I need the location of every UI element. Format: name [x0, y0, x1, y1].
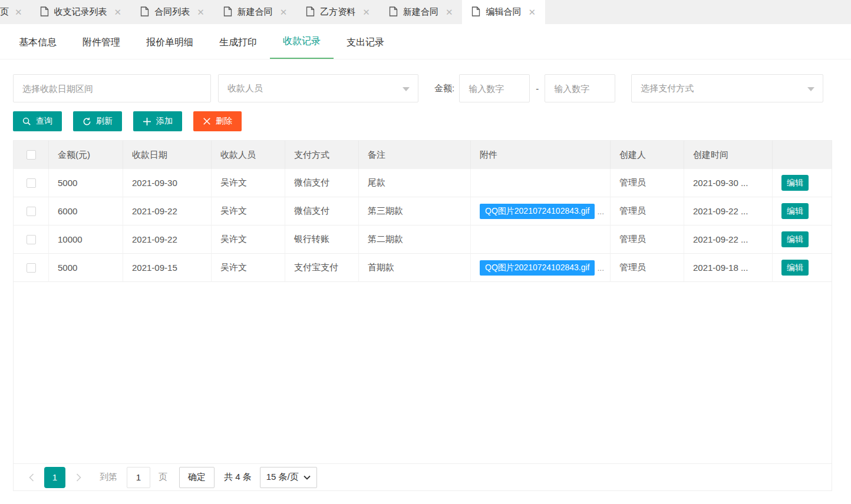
- window-tab-label: 新建合同: [403, 6, 438, 18]
- created-cell: 2021-09-30 ...: [684, 169, 773, 197]
- edit-button[interactable]: 编辑: [781, 231, 809, 247]
- close-icon[interactable]: ✕: [280, 7, 288, 18]
- payment-method-select[interactable]: 选择支付方式: [631, 74, 823, 102]
- subtab-5[interactable]: 支出记录: [334, 26, 397, 59]
- attachment-cell: QQ图片20210724102843.gif...: [471, 197, 611, 226]
- page-size-select[interactable]: 15 条/页: [260, 467, 317, 488]
- add-button[interactable]: 添加: [133, 111, 182, 131]
- date-cell: 2021-09-22: [123, 226, 212, 254]
- select-all-checkbox[interactable]: [27, 150, 36, 160]
- window-tab-partial[interactable]: 页 ✕: [0, 0, 31, 24]
- payee-select[interactable]: 收款人员: [218, 74, 418, 102]
- total-count-label: 共 4 条: [224, 472, 252, 483]
- window-tab-0[interactable]: 收支记录列表✕: [31, 0, 131, 24]
- column-header-3: 支付方式: [285, 141, 359, 169]
- window-tab-2[interactable]: 新建合同✕: [214, 0, 297, 24]
- window-tab-4[interactable]: 新建合同✕: [380, 0, 463, 24]
- close-icon[interactable]: ✕: [446, 7, 453, 18]
- amount-max-input[interactable]: [545, 74, 615, 102]
- row-checkbox-cell: [14, 254, 49, 282]
- created-cell: 2021-09-22 ...: [684, 197, 773, 226]
- amount-cell: 10000: [49, 226, 123, 254]
- table-row: 60002021-09-22吴许文微信支付第三期款QQ图片20210724102…: [14, 197, 832, 226]
- table-body: 50002021-09-30吴许文微信支付尾款管理员2021-09-30 ...…: [14, 169, 832, 282]
- close-icon[interactable]: ✕: [362, 7, 370, 18]
- refresh-button[interactable]: 刷新: [73, 111, 122, 131]
- table-row: 50002021-09-15吴许文支付宝支付首期款QQ图片20210724102…: [14, 254, 832, 282]
- attachment-cell: [471, 226, 611, 254]
- next-page-icon[interactable]: [72, 473, 84, 482]
- row-checkbox[interactable]: [27, 263, 36, 273]
- attachment-badge[interactable]: QQ图片20210724102843.gif: [480, 204, 595, 219]
- search-button[interactable]: 查询: [13, 111, 62, 131]
- edit-button[interactable]: 编辑: [781, 260, 809, 276]
- method-cell: 银行转账: [285, 226, 359, 254]
- subtab-1[interactable]: 附件管理: [70, 26, 133, 59]
- creator-cell: 管理员: [611, 226, 684, 254]
- filter-bar: 收款人员 金额: - 选择支付方式: [13, 74, 838, 102]
- attachment-cell: QQ图片20210724102843.gif...: [471, 254, 611, 282]
- creator-cell: 管理员: [611, 197, 684, 226]
- payee-cell: 吴许文: [212, 254, 285, 282]
- action-cell: 编辑: [773, 169, 832, 197]
- pagination-bar: 1 到第 页 确定 共 4 条 15 条/页: [14, 463, 832, 490]
- window-tab-label: 收支记录列表: [54, 6, 107, 18]
- table-row: 100002021-09-22吴许文银行转账第二期款管理员2021-09-22 …: [14, 226, 832, 254]
- amount-cell: 5000: [49, 169, 123, 197]
- amount-label: 金额:: [434, 83, 454, 94]
- row-checkbox-cell: [14, 197, 49, 226]
- action-cell: 编辑: [773, 254, 832, 282]
- edit-button[interactable]: 编辑: [781, 203, 809, 219]
- row-checkbox-cell: [14, 169, 49, 197]
- payee-cell: 吴许文: [212, 169, 285, 197]
- attachment-badge[interactable]: QQ图片20210724102843.gif: [480, 260, 595, 276]
- x-icon: [203, 117, 211, 125]
- edit-button[interactable]: 编辑: [781, 175, 809, 191]
- delete-button[interactable]: 删除: [193, 111, 242, 131]
- column-header-4: 备注: [359, 141, 471, 169]
- prev-page-icon[interactable]: [25, 473, 37, 482]
- column-header-8: [773, 141, 832, 169]
- column-header-5: 附件: [471, 141, 611, 169]
- method-cell: 支付宝支付: [285, 254, 359, 282]
- chevron-down-icon: [403, 87, 410, 91]
- action-cell: 编辑: [773, 226, 832, 254]
- row-checkbox[interactable]: [27, 178, 36, 188]
- column-header-6: 创建人: [611, 141, 684, 169]
- toolbar: 查询 刷新 添加 删除: [13, 111, 838, 131]
- subtab-2[interactable]: 报价单明细: [133, 26, 206, 59]
- payee-cell: 吴许文: [212, 197, 285, 226]
- file-icon: [389, 6, 403, 18]
- row-checkbox[interactable]: [27, 235, 36, 244]
- close-icon[interactable]: ✕: [114, 7, 122, 18]
- file-icon: [140, 6, 154, 18]
- file-icon: [471, 6, 486, 18]
- subtab-4[interactable]: 收款记录: [270, 25, 334, 59]
- window-tab-1[interactable]: 合同列表✕: [131, 0, 214, 24]
- amount-cell: 5000: [49, 254, 123, 282]
- close-icon[interactable]: ✕: [197, 7, 204, 18]
- column-header-2: 收款人员: [212, 141, 285, 169]
- search-icon: [22, 117, 31, 126]
- window-tab-5[interactable]: 编辑合同✕: [462, 0, 545, 24]
- amount-min-input[interactable]: [459, 74, 530, 102]
- window-tab-bar: 页 ✕ 收支记录列表✕合同列表✕新建合同✕乙方资料✕新建合同✕编辑合同✕: [0, 0, 851, 24]
- created-cell: 2021-09-22 ...: [684, 226, 773, 254]
- file-icon: [223, 6, 238, 18]
- date-range-input[interactable]: [13, 74, 211, 102]
- confirm-page-button[interactable]: 确定: [179, 467, 215, 488]
- current-page-button[interactable]: 1: [44, 467, 65, 488]
- note-cell: 尾款: [359, 169, 471, 197]
- goto-page-input[interactable]: [127, 467, 150, 488]
- subtab-3[interactable]: 生成打印: [206, 26, 270, 59]
- window-tab-label: 编辑合同: [486, 6, 521, 18]
- close-icon[interactable]: ✕: [528, 7, 536, 18]
- column-header-1: 收款日期: [123, 141, 212, 169]
- note-cell: 第三期款: [359, 197, 471, 226]
- close-icon[interactable]: ✕: [15, 7, 22, 18]
- window-tab-3[interactable]: 乙方资料✕: [296, 0, 380, 24]
- row-checkbox[interactable]: [27, 207, 36, 216]
- subtab-0[interactable]: 基本信息: [6, 26, 70, 59]
- window-tab-label: 页: [0, 6, 9, 18]
- table-empty-area: [14, 282, 832, 463]
